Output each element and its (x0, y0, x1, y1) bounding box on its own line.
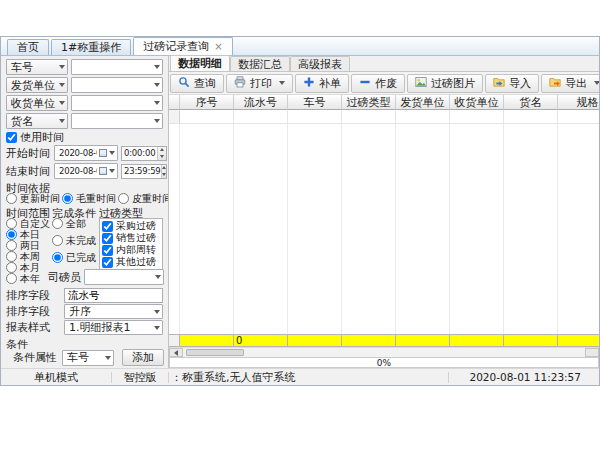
toolbar-button-7[interactable]: 导出 (541, 74, 599, 93)
condition-row-select[interactable]: 车号 (62, 350, 114, 366)
end-time-label: 结束时间 (6, 164, 54, 179)
time-range-option-radio[interactable] (6, 218, 17, 229)
start-time-spinner[interactable]: 0:00:00 (121, 146, 167, 161)
finish-condition-option-1[interactable]: 全部 (52, 218, 99, 229)
toolbar-button-label: 打印 (250, 76, 272, 91)
chevron-down-icon (59, 119, 65, 123)
weigh-type-checkbox[interactable] (102, 245, 113, 256)
grid-body-column (288, 124, 342, 334)
tab-close-icon[interactable]: × (214, 42, 222, 52)
toolbar-button-6[interactable]: 导入 (485, 74, 539, 93)
main-content: 车号发货单位收货单位货名 使用时间 开始时间 2020-08-01 0:00:0… (1, 56, 599, 368)
add-condition-button[interactable]: 添加 (122, 349, 164, 366)
chevron-down-icon (59, 101, 65, 105)
grid-empty-cell (558, 110, 599, 124)
toolbar: 查询打印补单作废过磅图片导入导出设置 (169, 72, 599, 95)
grid-column-header-5[interactable]: 发货单位 (396, 95, 450, 110)
grid-column-header-7[interactable]: 货名 (504, 95, 558, 110)
time-basis-option-radio[interactable] (62, 193, 73, 204)
end-date-picker[interactable]: 2020-08-01 (54, 163, 118, 179)
field-name-select[interactable]: 收货单位 (6, 95, 68, 111)
tab-label: 1#称重操作 (61, 40, 121, 55)
data-subtab-1[interactable]: 数据明细 (170, 55, 230, 71)
data-subtab-2[interactable]: 数据汇总 (230, 56, 290, 71)
sort-field-input[interactable] (64, 288, 163, 303)
grid-body-column (169, 124, 180, 334)
main-tab-3[interactable]: 过磅记录查询× (133, 37, 232, 55)
finish-condition-option-radio[interactable] (52, 218, 63, 229)
end-time-spinner[interactable]: 23:59:59 (121, 164, 167, 179)
radio-label: 全部 (66, 217, 86, 231)
field-name-value: 发货单位 (11, 78, 59, 93)
grid-column-header-8[interactable]: 规格 (558, 95, 599, 110)
grid-empty-row[interactable] (169, 110, 599, 124)
field-value-select[interactable] (71, 77, 163, 93)
toolbar-button-1[interactable]: 查询 (170, 74, 224, 93)
spinner-buttons[interactable] (161, 165, 166, 178)
use-time-checkbox[interactable] (6, 132, 17, 143)
main-tab-2[interactable]: 1#称重操作 (51, 39, 131, 55)
scroll-left-button[interactable] (169, 348, 183, 357)
field-value-select[interactable] (71, 113, 163, 129)
time-range-option-radio[interactable] (6, 273, 17, 284)
plus-icon (303, 76, 315, 91)
grid-row-selector[interactable] (169, 110, 180, 124)
grid-column-header-4[interactable]: 过磅类型 (342, 95, 396, 110)
time-basis-option-radio[interactable] (6, 193, 17, 204)
field-value-select[interactable] (71, 95, 163, 111)
time-range-option-radio[interactable] (6, 251, 17, 262)
time-range-option-radio[interactable] (6, 240, 17, 251)
toolbar-button-3[interactable]: 补单 (295, 74, 349, 93)
use-time-row[interactable]: 使用时间 (6, 131, 163, 143)
grid-body-column (558, 124, 599, 334)
sort-order-select[interactable]: 升序 (64, 304, 163, 319)
grid-header-row: 序号流水号车号过磅类型发货单位收货单位货名规格 (169, 95, 599, 110)
time-basis-option-1[interactable]: 更新时间 (6, 193, 60, 204)
finish-condition-option-radio[interactable] (52, 252, 63, 263)
scroll-right-button[interactable] (585, 348, 599, 357)
time-range-option-6[interactable]: 本年 (6, 273, 52, 284)
summary-cell-1 (180, 334, 234, 347)
grid-body-column (450, 124, 504, 334)
finish-condition-option-3[interactable]: 已完成 (52, 252, 99, 263)
spinner-up-icon (162, 166, 166, 169)
scrollbar-thumb[interactable] (186, 349, 244, 356)
grid-column-header-2[interactable]: 流水号 (234, 95, 288, 110)
toolbar-button-4[interactable]: 作废 (351, 74, 405, 93)
weigh-type-checkbox[interactable] (102, 233, 113, 244)
toolbar-button-5[interactable]: 过磅图片 (407, 74, 483, 93)
main-tab-1[interactable]: 首页 (7, 39, 49, 55)
toolbar-button-2[interactable]: 打印 (226, 74, 293, 93)
time-range-option-radio[interactable] (6, 262, 17, 273)
field-name-select[interactable]: 货名 (6, 113, 68, 129)
field-value-select[interactable] (71, 59, 163, 75)
spinner-buttons[interactable] (157, 147, 166, 160)
chevron-down-icon (154, 65, 160, 69)
grid-column-header-3[interactable]: 车号 (288, 95, 342, 110)
checkbox-label: 其他过磅 (116, 255, 156, 269)
weigh-type-checkbox[interactable] (102, 257, 113, 268)
weigher-select[interactable] (84, 269, 164, 285)
tab-label: 过磅记录查询 (143, 39, 209, 54)
finish-condition-option-2[interactable]: 未完成 (52, 235, 99, 246)
weigh-type-checkbox[interactable] (102, 221, 113, 232)
field-selector-row-4: 货名 (6, 113, 163, 129)
data-subtab-3[interactable]: 高级报表 (290, 56, 350, 71)
grid-column-header-1[interactable]: 序号 (180, 95, 234, 110)
start-date-picker[interactable]: 2020-08-01 (54, 145, 118, 161)
grid-column-header-6[interactable]: 收货单位 (450, 95, 504, 110)
field-name-select[interactable]: 发货单位 (6, 77, 68, 93)
chevron-down-icon (154, 326, 160, 330)
time-range-option-radio[interactable] (6, 229, 17, 240)
time-basis-option-2[interactable]: 毛重时间 (62, 193, 116, 204)
horizontal-scrollbar[interactable] (169, 347, 599, 357)
field-name-select[interactable]: 车号 (6, 59, 68, 75)
tab-label: 首页 (17, 40, 39, 55)
report-style-select[interactable]: 1.明细报表1 (64, 320, 163, 335)
time-basis-option-3[interactable]: 皮重时间 (118, 193, 169, 204)
finish-condition-option-radio[interactable] (52, 235, 63, 246)
weigh-type-option-4[interactable]: 其他过磅 (102, 256, 161, 268)
grid-body-column (342, 124, 396, 334)
time-basis-option-radio[interactable] (118, 193, 129, 204)
grid-empty-cell (450, 110, 504, 124)
